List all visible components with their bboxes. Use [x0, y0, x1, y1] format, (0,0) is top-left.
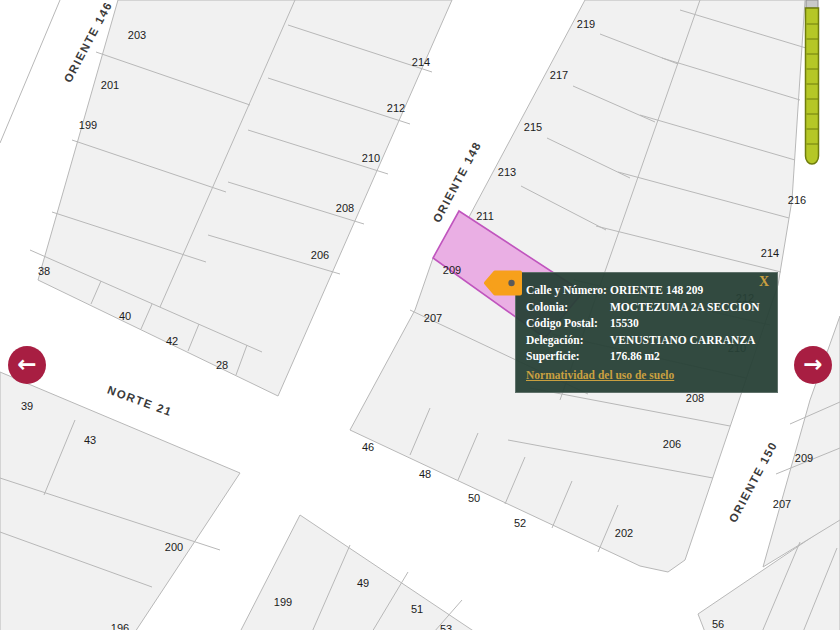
pan-right-button[interactable]: →: [794, 346, 832, 384]
left-arrow-icon: ←: [17, 353, 36, 376]
tooltip-close-button[interactable]: X: [757, 274, 771, 290]
selected-parcel-marker-icon: [480, 268, 524, 298]
right-arrow-icon: →: [803, 353, 822, 376]
land-use-link[interactable]: Normatividad del uso de suelo: [526, 369, 674, 381]
tooltip-row-value: 176.86 m2: [610, 350, 767, 363]
tooltip-row-value: MOCTEZUMA 2A SECCION: [610, 301, 767, 314]
tooltip-rows: Calle y Número:ORIENTE 148 209Colonia:MO…: [526, 284, 767, 363]
tooltip-row-label: Delegación:: [526, 334, 610, 347]
tooltip-row-label: Código Postal:: [526, 317, 610, 330]
tooltip-row-label: Colonia:: [526, 301, 610, 314]
zoom-slider[interactable]: [806, 0, 819, 164]
tooltip-row-value: ORIENTE 148 209: [610, 284, 767, 297]
map-viewport[interactable]: 2032011992142122102082063840422821921721…: [0, 0, 840, 630]
tooltip-row-value: 15530: [610, 317, 767, 330]
pan-left-button[interactable]: ←: [8, 346, 46, 384]
tooltip-row-label: Superficie:: [526, 350, 610, 363]
tooltip-row-value: VENUSTIANO CARRANZA: [610, 334, 767, 347]
tooltip-row-label: Calle y Número:: [526, 284, 610, 297]
zoom-slider-handle[interactable]: [806, 0, 818, 8]
parcel-info-tooltip: X Calle y Número:ORIENTE 148 209Colonia:…: [515, 272, 778, 393]
tag-hole-icon: [508, 280, 514, 286]
